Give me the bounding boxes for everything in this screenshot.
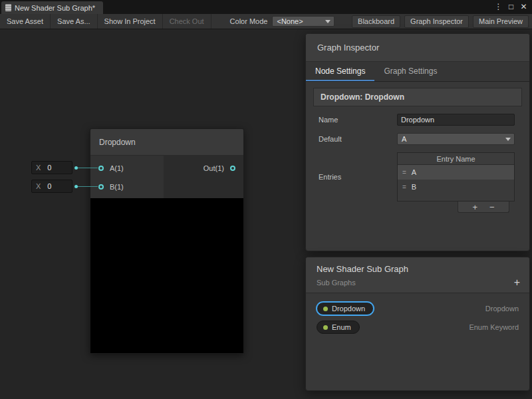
- save-asset-button[interactable]: Save Asset: [0, 14, 51, 29]
- tab-graph-settings[interactable]: Graph Settings: [374, 62, 446, 81]
- port-a-wire: [78, 168, 98, 168]
- exposed-indicator-icon: [323, 325, 328, 330]
- blackboard-subtitle: Sub Graphs: [317, 279, 519, 287]
- axis-label: X: [36, 164, 41, 172]
- input-port-b-label: B(1): [110, 183, 124, 191]
- entry-row-b[interactable]: = B: [398, 180, 514, 194]
- dropdown-arrow-icon: [325, 20, 331, 23]
- name-input[interactable]: [397, 114, 515, 126]
- toolbar-right: Blackboard Graph Inspector Main Preview: [352, 14, 532, 29]
- main-preview-toggle-button[interactable]: Main Preview: [473, 15, 529, 28]
- drag-handle-icon[interactable]: =: [402, 169, 406, 176]
- node-port-area: A(1) B(1) Out(1): [90, 156, 243, 198]
- save-as-button[interactable]: Save As...: [51, 14, 98, 29]
- port-a-value: 0: [47, 164, 51, 172]
- output-port-icon[interactable]: [230, 166, 235, 171]
- color-mode-value: <None>: [277, 17, 303, 25]
- port-b-value-field[interactable]: X 0: [31, 180, 72, 193]
- toolbar: Save Asset Save As... Show In Project Ch…: [0, 14, 532, 29]
- property-name: Dropdown: [332, 305, 365, 313]
- entry-row-a[interactable]: = A: [398, 165, 514, 180]
- dropdown-node[interactable]: Dropdown A(1) B(1) Out(1): [90, 128, 244, 354]
- entry-name: A: [412, 168, 416, 176]
- property-pill-dropdown[interactable]: Dropdown: [317, 302, 374, 315]
- blackboard-toggle-button[interactable]: Blackboard: [352, 15, 400, 28]
- blackboard-header: New Shader Sub Graph Sub Graphs +: [306, 257, 529, 293]
- maximize-icon[interactable]: □: [505, 0, 517, 14]
- show-in-project-button[interactable]: Show In Project: [98, 14, 163, 29]
- default-dropdown-value: A: [402, 135, 406, 143]
- blackboard-panel: New Shader Sub Graph Sub Graphs + Dropdo…: [305, 257, 530, 391]
- name-field-label: Name: [313, 116, 397, 124]
- default-field-label: Default: [313, 135, 397, 143]
- window-controls: ⋮ □ ✕: [492, 0, 532, 14]
- port-a-value-field[interactable]: X 0: [31, 161, 72, 174]
- node-settings-section-title: Dropdown: Dropdown: [313, 88, 522, 106]
- property-name: Enum: [332, 323, 351, 331]
- blackboard-title: New Shader Sub Graph: [317, 264, 519, 274]
- graph-inspector-panel: Graph Inspector Node Settings Graph Sett…: [305, 33, 530, 251]
- port-b-value: 0: [47, 182, 51, 190]
- inspector-content: Dropdown: Dropdown Name Default A Entrie…: [306, 82, 529, 219]
- port-b-wire: [78, 186, 98, 187]
- document-tab-label: New Shader Sub Graph*: [15, 4, 95, 12]
- blackboard-body: Dropdown Dropdown Enum Enum Keyword: [306, 293, 529, 345]
- dropdown-arrow-icon: [505, 138, 511, 141]
- drag-handle-icon[interactable]: =: [402, 184, 406, 191]
- property-pill-enum[interactable]: Enum: [317, 321, 360, 334]
- graph-inspector-title: Graph Inspector: [306, 34, 529, 62]
- output-port-label: Out(1): [203, 164, 224, 172]
- entries-list-footer: + −: [458, 201, 509, 213]
- blackboard-row-dropdown: Dropdown Dropdown: [306, 301, 529, 317]
- document-tab[interactable]: New Shader Sub Graph*: [1, 1, 103, 14]
- input-port-a-label: A(1): [110, 164, 124, 172]
- color-mode-dropdown[interactable]: <None>: [272, 16, 334, 27]
- port-a-value-widget: X 0: [31, 161, 98, 174]
- subgraph-file-icon: [5, 4, 11, 11]
- add-entry-button[interactable]: +: [472, 203, 477, 211]
- default-dropdown[interactable]: A: [397, 133, 515, 145]
- close-icon[interactable]: ✕: [517, 0, 530, 14]
- remove-entry-button[interactable]: −: [489, 203, 495, 211]
- node-preview: [90, 198, 243, 353]
- inspector-tabs: Node Settings Graph Settings: [306, 62, 529, 82]
- node-title[interactable]: Dropdown: [90, 129, 243, 156]
- window-menu-icon[interactable]: ⋮: [492, 0, 505, 14]
- property-type: Enum Keyword: [469, 323, 519, 331]
- add-property-button[interactable]: +: [514, 277, 520, 288]
- entries-list-header: Entry Name: [398, 153, 514, 165]
- color-mode-label: Color Mode: [230, 17, 268, 25]
- exposed-indicator-icon: [323, 307, 328, 311]
- blackboard-row-enum: Enum Enum Keyword: [306, 319, 529, 335]
- axis-label: X: [36, 182, 41, 190]
- check-out-button[interactable]: Check Out: [163, 14, 211, 29]
- color-mode-group: Color Mode <None>: [230, 14, 335, 29]
- titlebar: New Shader Sub Graph* ⋮ □ ✕: [0, 0, 532, 14]
- entries-field-label: Entries: [313, 173, 397, 181]
- port-b-value-widget: X 0: [31, 180, 98, 193]
- tab-node-settings[interactable]: Node Settings: [306, 62, 374, 81]
- input-port-b-icon[interactable]: [98, 184, 104, 190]
- entry-name: B: [412, 183, 416, 191]
- entries-list: Entry Name = A = B: [397, 152, 515, 201]
- input-port-a-icon[interactable]: [98, 166, 104, 171]
- graph-inspector-toggle-button[interactable]: Graph Inspector: [404, 15, 469, 28]
- property-type: Dropdown: [485, 305, 519, 313]
